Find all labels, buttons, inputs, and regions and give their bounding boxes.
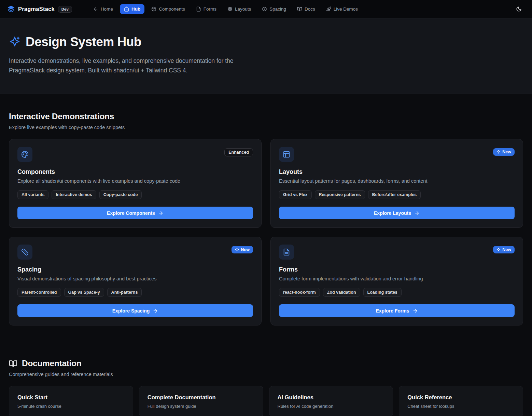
palette-icon bbox=[17, 147, 32, 162]
nav-item-components[interactable]: Components bbox=[147, 4, 189, 14]
tag-list: react-hook-form Zod validation Loading s… bbox=[279, 288, 515, 297]
tag: Interactive demos bbox=[52, 190, 96, 199]
main-content: Interactive Demonstrations Explore live … bbox=[0, 94, 532, 416]
arrow-right-icon bbox=[412, 308, 418, 314]
dev-badge: Dev bbox=[58, 6, 72, 13]
layers-logo-icon bbox=[8, 5, 15, 13]
button-label: Explore Components bbox=[107, 210, 155, 216]
tag: Zod validation bbox=[323, 288, 360, 297]
card-title: Layouts bbox=[279, 168, 515, 176]
doc-card-title: AI Guidelines bbox=[278, 394, 385, 401]
grid-icon bbox=[227, 6, 233, 12]
theme-toggle-button[interactable] bbox=[513, 3, 524, 15]
badge-label: New bbox=[502, 247, 511, 252]
card-title: Forms bbox=[279, 266, 515, 273]
nav-item-hub[interactable]: Hub bbox=[120, 4, 144, 14]
card-description: Essential layout patterns for pages, das… bbox=[279, 178, 515, 184]
nav-item-label: Home bbox=[101, 6, 113, 12]
card-description: Explore all shadcn/ui components with li… bbox=[17, 178, 253, 184]
page-title: Design System Hub bbox=[26, 35, 141, 49]
doc-card-description: Full design system guide bbox=[148, 404, 255, 409]
doc-card-ai-guidelines[interactable]: AI Guidelines Rules for AI code generati… bbox=[269, 386, 393, 416]
brand-name: PragmaStack bbox=[18, 6, 55, 12]
arrow-right-icon bbox=[414, 210, 420, 216]
tag: Anti-patterns bbox=[107, 288, 142, 297]
doc-card-title: Quick Start bbox=[17, 394, 125, 401]
brand-group: PragmaStack Dev bbox=[8, 5, 72, 13]
doc-card-quick-start[interactable]: Quick Start 5-minute crash course bbox=[9, 386, 133, 416]
nav-item-forms[interactable]: Forms bbox=[192, 4, 221, 14]
nav-item-label: Forms bbox=[204, 6, 216, 12]
button-label: Explore Spacing bbox=[112, 308, 150, 314]
tag: All variants bbox=[17, 190, 48, 199]
tag: Responsive patterns bbox=[315, 190, 365, 199]
nav-item-label: Hub bbox=[131, 6, 140, 12]
nav-item-layouts[interactable]: Layouts bbox=[223, 4, 255, 14]
demo-card-forms: New Forms Complete form implementations … bbox=[270, 237, 523, 325]
navbar: PragmaStack Dev Home Hub Components Form… bbox=[0, 0, 532, 18]
docs-section-title: Documentation bbox=[22, 359, 81, 368]
book-icon bbox=[297, 6, 302, 12]
arrow-left-icon bbox=[93, 6, 98, 12]
nav-item-spacing[interactable]: Spacing bbox=[258, 4, 290, 14]
sparkles-icon bbox=[496, 248, 501, 252]
file-text-icon bbox=[279, 245, 294, 260]
documentation-section: Documentation Comprehensive guides and r… bbox=[9, 342, 523, 416]
explore-components-button[interactable]: Explore Components bbox=[17, 207, 253, 219]
demos-section-subtitle: Explore live examples with copy-paste co… bbox=[9, 125, 523, 130]
layout-panels-icon bbox=[279, 147, 294, 162]
arrow-right-icon bbox=[158, 210, 164, 216]
doc-card-description: 5-minute crash course bbox=[17, 404, 125, 409]
tag: Gap vs Space-y bbox=[64, 288, 104, 297]
doc-card-title: Complete Documentation bbox=[148, 394, 255, 401]
nav-item-live-demos[interactable]: Live Demos bbox=[322, 4, 362, 14]
explore-forms-button[interactable]: Explore Forms bbox=[279, 304, 515, 317]
box-icon bbox=[151, 6, 156, 12]
hero-section: Design System Hub Interactive demonstrat… bbox=[0, 18, 532, 94]
nav-item-label: Components bbox=[159, 6, 185, 12]
enhanced-badge: Enhanced bbox=[224, 148, 253, 156]
docs-section-subtitle: Comprehensive guides and reference mater… bbox=[9, 372, 523, 377]
tag: Grid vs Flex bbox=[279, 190, 312, 199]
new-badge: New bbox=[232, 246, 253, 253]
badge-label: New bbox=[241, 247, 250, 252]
demo-cards-grid: Enhanced Components Explore all shadcn/u… bbox=[9, 139, 523, 325]
tag: Copy-paste code bbox=[99, 190, 142, 199]
interactive-demos-section: Interactive Demonstrations Explore live … bbox=[9, 94, 523, 325]
nav-item-home[interactable]: Home bbox=[89, 4, 117, 14]
nav-item-label: Layouts bbox=[235, 6, 251, 12]
card-title: Components bbox=[17, 168, 253, 176]
tag: Before/after examples bbox=[368, 190, 421, 199]
badge-label: New bbox=[502, 150, 511, 154]
book-open-icon bbox=[9, 359, 17, 368]
rocket-icon bbox=[326, 6, 331, 12]
card-description: Complete form implementations with valid… bbox=[279, 276, 515, 281]
explore-spacing-button[interactable]: Explore Spacing bbox=[17, 304, 253, 317]
doc-card-quick-reference[interactable]: Quick Reference Cheat sheet for lookups bbox=[399, 386, 523, 416]
tag-list: Grid vs Flex Responsive patterns Before/… bbox=[279, 190, 515, 199]
demo-card-components: Enhanced Components Explore all shadcn/u… bbox=[9, 139, 262, 228]
nav-item-docs[interactable]: Docs bbox=[293, 4, 319, 14]
card-description: Visual demonstrations of spacing philoso… bbox=[17, 276, 253, 281]
page-subtitle: Interactive demonstrations, live example… bbox=[9, 56, 263, 75]
ruler-icon bbox=[17, 245, 32, 260]
doc-cards-grid: Quick Start 5-minute crash course Comple… bbox=[9, 386, 523, 416]
moon-icon bbox=[516, 6, 522, 12]
demo-card-layouts: New Layouts Essential layout patterns fo… bbox=[270, 139, 523, 228]
tag: Parent-controlled bbox=[17, 288, 61, 297]
button-label: Explore Layouts bbox=[374, 210, 411, 216]
explore-layouts-button[interactable]: Explore Layouts bbox=[279, 207, 515, 219]
house-icon bbox=[124, 6, 129, 12]
main-nav: Home Hub Components Forms Layouts Spacin… bbox=[89, 4, 362, 14]
doc-card-complete-documentation[interactable]: Complete Documentation Full design syste… bbox=[139, 386, 263, 416]
nav-item-label: Live Demos bbox=[334, 6, 358, 12]
card-title: Spacing bbox=[17, 266, 253, 273]
sparkles-icon bbox=[235, 248, 239, 252]
button-label: Explore Forms bbox=[376, 308, 409, 314]
tag: react-hook-form bbox=[279, 288, 320, 297]
doc-card-title: Quick Reference bbox=[407, 394, 515, 401]
circle-icon bbox=[262, 6, 267, 12]
doc-card-description: Cheat sheet for lookups bbox=[407, 404, 515, 409]
tag-list: All variants Interactive demos Copy-past… bbox=[17, 190, 253, 199]
doc-card-description: Rules for AI code generation bbox=[278, 404, 385, 409]
